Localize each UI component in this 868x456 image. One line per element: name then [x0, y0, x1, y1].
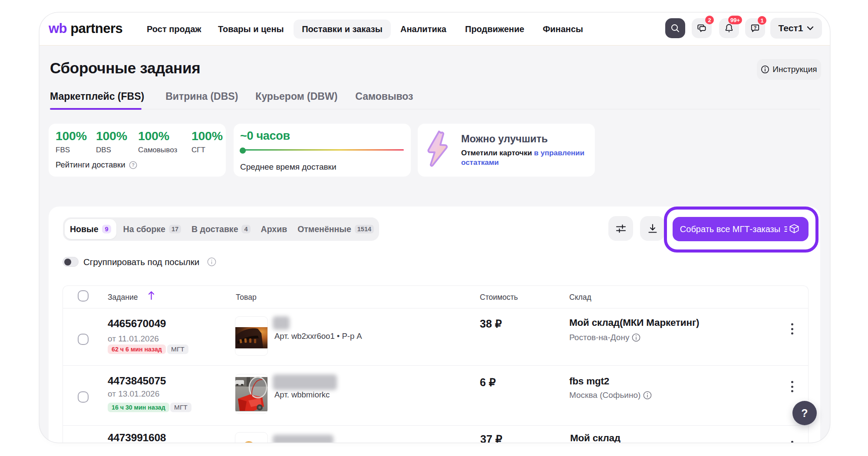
svg-text:?: ? — [754, 25, 757, 30]
svg-text:?: ? — [132, 162, 135, 167]
